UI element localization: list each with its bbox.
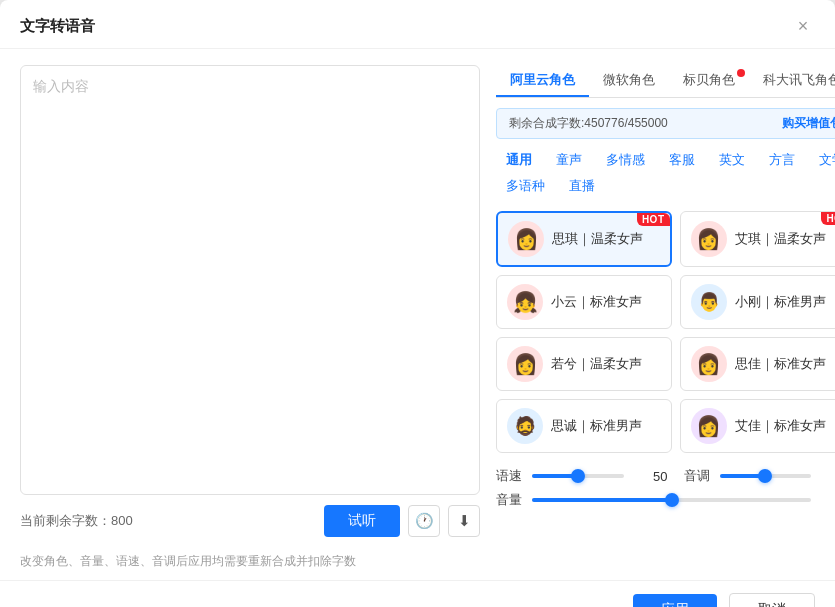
category-tab-emotion[interactable]: 多情感 [596, 147, 655, 173]
char-count: 当前剩余字数：800 [20, 512, 133, 530]
pitch-track [720, 474, 812, 478]
speed-label: 语速 [496, 467, 524, 485]
volume-row: 音量 50 [496, 491, 835, 509]
voice-card-xiaogang[interactable]: 👨 小刚｜标准男声 [680, 275, 836, 329]
voice-avatar: 👨 [691, 284, 727, 320]
cancel-button[interactable]: 取消 [729, 593, 815, 607]
volume-fill [532, 498, 672, 502]
voice-grid: 👩 思琪｜温柔女声 HOT 👩 艾琪｜温柔女声 HOT 👧 小云｜标准女声 👨 … [496, 211, 835, 453]
pitch-slider-wrap[interactable] [720, 467, 812, 485]
left-panel: 当前剩余字数：800 试听 🕐 ⬇ [20, 65, 480, 537]
close-button[interactable]: × [791, 14, 815, 38]
info-bar: 剩余合成字数:450776/455000 购买增值包 [496, 108, 835, 139]
pitch-thumb[interactable] [758, 469, 772, 483]
history-button[interactable]: 🕐 [408, 505, 440, 537]
hot-badge: HOT [821, 212, 835, 225]
voice-name: 小云｜标准女声 [551, 293, 642, 311]
voice-avatar: 👩 [508, 221, 544, 257]
category-tabs: 通用 童声 多情感 客服 英文 方言 文学 多语种 直播 [496, 147, 835, 199]
left-footer: 当前剩余字数：800 试听 🕐 ⬇ [20, 505, 480, 537]
provider-tab-microsoft[interactable]: 微软角色 [589, 65, 669, 97]
voice-card-sicheng[interactable]: 🧔 思诚｜标准男声 [496, 399, 672, 453]
speed-value: 50 [632, 469, 668, 484]
voice-card-aiqin[interactable]: 👩 艾琪｜温柔女声 HOT [680, 211, 836, 267]
speed-pitch-row: 语速 50 音调 50 [496, 467, 835, 485]
dialog-header: 文字转语音 × [0, 0, 835, 49]
category-tab-service[interactable]: 客服 [659, 147, 705, 173]
buy-link[interactable]: 购买增值包 [782, 115, 835, 132]
voice-name: 艾琪｜温柔女声 [735, 230, 826, 248]
category-tab-multilang[interactable]: 多语种 [496, 173, 555, 199]
volume-value: 50 [819, 493, 835, 508]
voice-card-aijia[interactable]: 👩 艾佳｜标准女声 [680, 399, 836, 453]
voice-name: 小刚｜标准男声 [735, 293, 826, 311]
voice-name: 若兮｜温柔女声 [551, 355, 642, 373]
pitch-label: 音调 [684, 467, 712, 485]
volume-slider-wrap[interactable] [532, 491, 811, 509]
volume-thumb[interactable] [665, 493, 679, 507]
speed-thumb[interactable] [571, 469, 585, 483]
dialog-body: 当前剩余字数：800 试听 🕐 ⬇ 阿里云角色 微软角色 标贝角色 科大讯飞角色… [0, 49, 835, 553]
volume-label: 音量 [496, 491, 524, 509]
hot-badge: HOT [637, 213, 670, 226]
voice-card-siqin[interactable]: 👩 思琪｜温柔女声 HOT [496, 211, 672, 267]
category-tab-general[interactable]: 通用 [496, 147, 542, 173]
voice-name: 思诚｜标准男声 [551, 417, 642, 435]
category-tab-english[interactable]: 英文 [709, 147, 755, 173]
left-actions: 试听 🕐 ⬇ [324, 505, 480, 537]
provider-tab-iflytek[interactable]: 科大讯飞角色 [749, 65, 835, 97]
provider-tab-biaobeui[interactable]: 标贝角色 [669, 65, 749, 97]
text-area-wrap [20, 65, 480, 495]
voice-card-xiaoyun[interactable]: 👧 小云｜标准女声 [496, 275, 672, 329]
category-tab-child[interactable]: 童声 [546, 147, 592, 173]
pitch-value: 50 [819, 469, 835, 484]
voice-card-sijia[interactable]: 👩 思佳｜标准女声 [680, 337, 836, 391]
volume-track [532, 498, 811, 502]
category-tab-live[interactable]: 直播 [559, 173, 605, 199]
voice-name: 思佳｜标准女声 [735, 355, 826, 373]
download-button[interactable]: ⬇ [448, 505, 480, 537]
voice-avatar: 🧔 [507, 408, 543, 444]
voice-avatar: 👩 [691, 408, 727, 444]
footer-note: 改变角色、音量、语速、音调后应用均需要重新合成并扣除字数 [0, 553, 835, 580]
voice-avatar: 👩 [691, 221, 727, 257]
footer-actions: 应用 取消 [0, 580, 835, 607]
sliders-area: 语速 50 音调 50 [496, 461, 835, 509]
voice-name: 思琪｜温柔女声 [552, 230, 643, 248]
voice-name: 艾佳｜标准女声 [735, 417, 826, 435]
text-input[interactable] [21, 66, 479, 494]
info-bar-text: 剩余合成字数:450776/455000 [509, 115, 668, 132]
voice-avatar: 👩 [691, 346, 727, 382]
apply-button[interactable]: 应用 [633, 594, 717, 607]
voice-avatar: 👩 [507, 346, 543, 382]
provider-tab-aliyun[interactable]: 阿里云角色 [496, 65, 589, 97]
voice-card-ruoxi[interactable]: 👩 若兮｜温柔女声 [496, 337, 672, 391]
badge-dot [737, 69, 745, 77]
provider-tabs: 阿里云角色 微软角色 标贝角色 科大讯飞角色 [496, 65, 835, 98]
speed-track [532, 474, 624, 478]
dialog-title: 文字转语音 [20, 17, 95, 36]
speed-slider-wrap[interactable] [532, 467, 624, 485]
right-panel: 阿里云角色 微软角色 标贝角色 科大讯飞角色 剩余合成字数:450776/455… [496, 65, 835, 537]
dialog: 文字转语音 × 当前剩余字数：800 试听 🕐 ⬇ [0, 0, 835, 607]
category-tab-literature[interactable]: 文学 [809, 147, 835, 173]
audition-button[interactable]: 试听 [324, 505, 400, 537]
voice-avatar: 👧 [507, 284, 543, 320]
category-tab-dialect[interactable]: 方言 [759, 147, 805, 173]
